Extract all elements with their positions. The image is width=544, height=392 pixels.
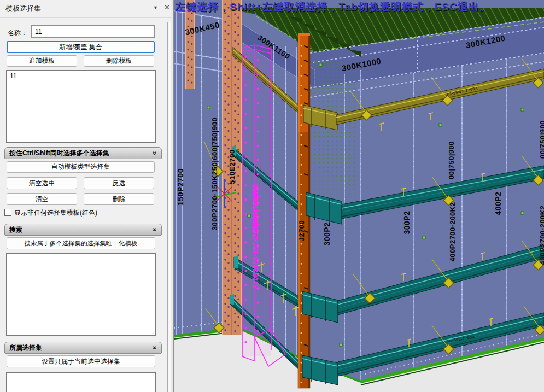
section-belong[interactable]: 所属选择集 » [4,342,162,354]
show-unassigned-label: 显示非任何选择集模板(红色) [14,208,97,218]
show-unassigned-checkbox[interactable] [4,209,11,216]
invert-selection-button[interactable]: 反选 [84,177,154,189]
section-search[interactable]: 搜索 » [4,224,162,236]
app-window: 模板选择集 ▼ ✕ 名称： 新增/覆盖 集合 追加模板 删除模板 11 按住Ct… [0,0,544,392]
belong-list[interactable] [6,372,156,392]
section-multi-select[interactable]: 按住Ctrl/Shift同时选择多个选择集 » [4,147,162,159]
panel-scrollbar[interactable] [167,22,171,392]
viewport-canvas[interactable] [174,0,544,392]
selection-set-list[interactable]: 11 [6,70,156,143]
delete-button[interactable]: 删除 [84,193,154,205]
viewport[interactable]: 300K450300K1100300K1000300K1200150P27003… [174,0,544,392]
section-belong-label: 所属选择集 [9,343,42,353]
auto-type-set-button[interactable]: 自动模板类型选择集 [7,161,155,173]
clear-button[interactable]: 清空 [7,193,77,205]
clear-selected-button[interactable]: 清空选中 [7,177,77,189]
title-separator [0,17,173,18]
set-only-current-button[interactable]: 设置只属于当前选中选择集 [7,355,155,367]
name-input[interactable] [31,25,155,38]
new-overwrite-set-button[interactable]: 新增/覆盖 集合 [7,41,155,53]
close-icon[interactable]: ✕ [164,3,170,11]
search-result-list[interactable] [6,253,156,336]
name-label: 名称： [8,28,27,38]
chevron-collapse-icon[interactable]: » [151,346,159,350]
list-item[interactable]: 11 [10,72,152,80]
chevron-collapse-icon[interactable]: » [151,151,159,155]
delete-template-button[interactable]: 删除模板 [84,55,154,67]
append-template-button[interactable]: 追加模板 [7,55,77,67]
chevron-collapse-icon[interactable]: » [151,228,159,232]
panel-title: 模板选择集 [5,4,41,14]
section-multi-select-label: 按住Ctrl/Shift同时选择多个选择集 [9,149,109,158]
viewport-hint: 左键选择，Shift+左键取消选择，Tab切换透明模式，ESC退出。 [175,0,490,14]
collapse-icon[interactable]: ▼ [153,5,158,10]
search-unique-button[interactable]: 搜索属于多个选择集的选择集唯一化模板 [7,237,155,249]
section-search-label: 搜索 [9,225,22,235]
template-selection-panel: 模板选择集 ▼ ✕ 名称： 新增/覆盖 集合 追加模板 删除模板 11 按住Ct… [0,0,173,392]
